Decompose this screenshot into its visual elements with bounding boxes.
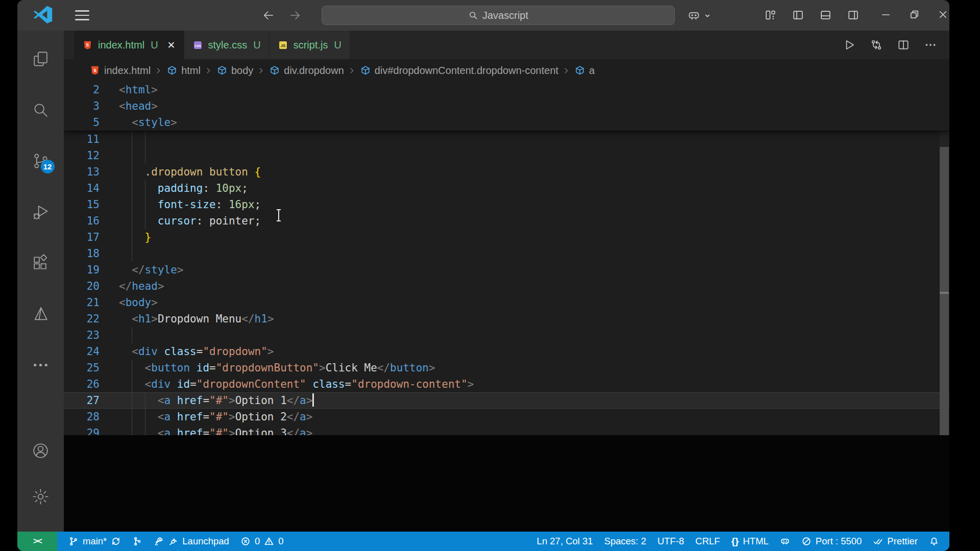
activity-prism-extension[interactable] <box>31 304 51 323</box>
code-text[interactable]: <div id="dropdownContent" class="dropdow… <box>119 376 949 392</box>
activity-settings[interactable] <box>31 487 51 506</box>
status-copilot-status[interactable] <box>776 532 794 551</box>
line-number[interactable]: 18 <box>64 245 119 262</box>
more-actions-icon[interactable] <box>924 38 937 52</box>
run-icon[interactable] <box>843 38 856 52</box>
line-number[interactable]: 3 <box>64 98 119 114</box>
status-cursor-position[interactable]: Ln 27, Col 31 <box>533 532 597 551</box>
close-tab-icon[interactable]: ✕ <box>167 39 176 51</box>
code-text[interactable]: .dropdown button { <box>119 164 949 180</box>
command-center-search[interactable]: Javascript <box>322 6 675 25</box>
scrollbar-thumb[interactable] <box>940 147 949 435</box>
open-changes-icon[interactable] <box>870 38 883 52</box>
breadcrumb-item[interactable]: body <box>216 65 253 77</box>
copilot-menu[interactable] <box>687 9 712 22</box>
minimize-icon[interactable] <box>880 9 892 20</box>
code-text[interactable]: <style> <box>119 114 949 131</box>
line-number[interactable]: 17 <box>64 229 119 245</box>
status-launchpad[interactable]: Launchpad <box>154 532 229 551</box>
line-number[interactable]: 19 <box>64 262 119 278</box>
status-notifications[interactable] <box>925 532 943 551</box>
code-text[interactable]: font-size: 16px; <box>119 196 949 213</box>
code-text[interactable]: <div class="dropdown"> <box>119 343 949 360</box>
split-editor-icon[interactable] <box>897 38 910 52</box>
tab-index.html[interactable]: 5index.htmlU✕ <box>74 31 184 59</box>
back-icon[interactable] <box>261 8 276 22</box>
status-encoding[interactable]: UTF-8 <box>653 532 688 551</box>
breadcrumb-file[interactable]: 5index.html <box>89 65 151 77</box>
status-remote-indicator[interactable]: >< <box>17 532 57 551</box>
activity-source-control[interactable]: 12 <box>31 151 51 170</box>
js-file-icon: JS <box>278 40 288 51</box>
activity-explorer[interactable] <box>31 49 51 68</box>
symbol-cube-icon <box>216 65 228 76</box>
activity-run-debug[interactable] <box>31 202 51 221</box>
menu-icon[interactable] <box>75 9 90 22</box>
line-number[interactable]: 28 <box>64 409 119 425</box>
breadcrumb-item[interactable]: a <box>574 65 595 77</box>
line-number[interactable]: 15 <box>64 196 119 213</box>
close-window-icon[interactable] <box>937 9 949 20</box>
git-branch-icon <box>68 536 79 546</box>
toggle-secondary-sidebar-icon[interactable] <box>847 9 860 21</box>
code-text[interactable]: } <box>119 229 949 245</box>
breadcrumb-item[interactable]: div#dropdownContent.dropdown-content <box>360 65 558 77</box>
line-number[interactable]: 21 <box>64 294 119 311</box>
status-source-control-graph[interactable] <box>132 532 142 551</box>
line-number[interactable]: 2 <box>64 82 119 98</box>
code-text[interactable]: </head> <box>119 278 949 294</box>
status-language-mode[interactable]: {}HTML <box>727 532 773 551</box>
breadcrumb-item[interactable]: div.dropdown <box>269 65 344 77</box>
status-prettier[interactable]: Prettier <box>869 532 922 551</box>
code-text[interactable]: </style> <box>119 262 949 278</box>
activity-more-views[interactable] <box>31 355 51 374</box>
code-text[interactable]: <a href="#">Option 2</a> <box>119 409 949 425</box>
status-indentation[interactable]: Spaces: 2 <box>600 532 650 551</box>
code-text[interactable]: <body> <box>119 294 949 311</box>
modified-badge: U <box>151 39 158 51</box>
line-number[interactable]: 24 <box>64 343 119 360</box>
forward-icon[interactable] <box>288 8 302 22</box>
code-text[interactable] <box>119 245 949 262</box>
breadcrumb-item[interactable]: html <box>166 65 201 77</box>
toggle-primary-sidebar-icon[interactable] <box>792 9 804 21</box>
code-text[interactable]: <head> <box>119 98 949 114</box>
line-number[interactable]: 5 <box>64 114 119 131</box>
code-text[interactable] <box>119 147 949 164</box>
branch-graph-icon <box>132 536 142 546</box>
code-line-22: 22 <h1>Dropdown Menu</h1> <box>64 311 949 327</box>
line-number[interactable]: 27 <box>64 392 119 409</box>
code-text[interactable] <box>119 327 949 343</box>
activity-search[interactable] <box>31 100 51 119</box>
line-number[interactable]: 16 <box>64 213 119 229</box>
line-number[interactable]: 13 <box>64 164 119 180</box>
line-number[interactable]: 14 <box>64 180 119 196</box>
html-file-icon: 5 <box>89 65 101 76</box>
status-eol[interactable]: CRLF <box>691 532 724 551</box>
toggle-panel-icon[interactable] <box>819 9 832 21</box>
customize-layout-icon[interactable] <box>764 9 777 21</box>
activity-extensions[interactable] <box>31 253 51 272</box>
code-text[interactable]: <html> <box>119 82 949 98</box>
status-live-server-port[interactable]: Port : 5500 <box>797 532 866 551</box>
line-number[interactable]: 20 <box>64 278 119 294</box>
tab-script.js[interactable]: JSscript.jsU <box>270 31 350 59</box>
status-problems[interactable]: 00 <box>240 532 284 551</box>
code-line-11: 11 <box>64 131 949 147</box>
line-number[interactable]: 22 <box>64 311 119 327</box>
code-text[interactable]: <button id="dropdownButton">Click Me</bu… <box>119 360 949 376</box>
line-number[interactable]: 26 <box>64 376 119 392</box>
line-number[interactable]: 25 <box>64 360 119 376</box>
restore-icon[interactable] <box>909 9 920 20</box>
code-text[interactable]: <a href="#">Option 1</a> <box>119 392 949 409</box>
tab-style.css[interactable]: CSSstyle.cssU <box>184 31 270 59</box>
line-number[interactable]: 23 <box>64 327 119 343</box>
code-text[interactable]: cursor: pointer; <box>119 213 949 229</box>
status-git-branch-status[interactable]: main* <box>68 532 121 551</box>
line-number[interactable]: 11 <box>64 131 119 147</box>
code-text[interactable]: <h1>Dropdown Menu</h1> <box>119 311 949 327</box>
activity-accounts[interactable] <box>31 441 51 460</box>
code-text[interactable]: padding: 10px; <box>119 180 949 196</box>
line-number[interactable]: 12 <box>64 147 119 164</box>
code-text[interactable] <box>119 131 949 147</box>
